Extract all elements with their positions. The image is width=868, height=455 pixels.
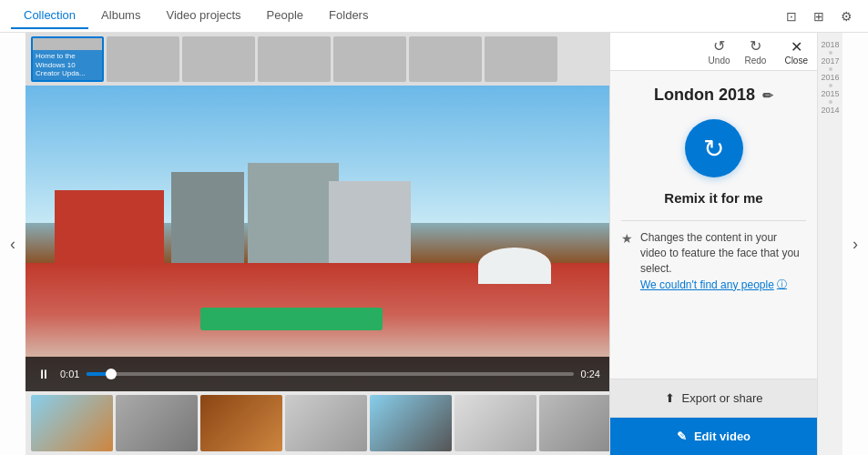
progress-bar[interactable]: [87, 372, 573, 376]
video-title-text: London 2018: [654, 86, 755, 105]
year-dot-3: [829, 84, 832, 87]
total-time: 0:24: [581, 369, 600, 379]
export-share-button[interactable]: ⬆ Export or share: [610, 379, 817, 418]
help-icon: ⓘ: [777, 278, 787, 291]
thumb-1[interactable]: [31, 395, 113, 451]
panel-bottom: ⬆ Export or share ✎ Edit video: [610, 379, 817, 455]
undo-button[interactable]: ↺ Undo: [709, 37, 730, 66]
grid-view-icon[interactable]: ⊡: [781, 5, 802, 27]
umbrella-shape: [478, 248, 551, 284]
strip-item-3[interactable]: [182, 36, 255, 82]
find-people-text: We couldn't find any people: [640, 278, 774, 291]
building-grey-1: [171, 172, 244, 263]
strip-item-5[interactable]: [333, 36, 406, 82]
edit-video-icon: ✎: [677, 430, 687, 443]
tab-collection[interactable]: Collection: [11, 3, 88, 29]
tab-video-projects[interactable]: Video projects: [153, 3, 253, 29]
close-icon: ✕: [791, 38, 802, 56]
strip-item-banner[interactable]: Home to the Windows 10 Creator Upda...: [31, 36, 104, 82]
export-icon: ⬆: [665, 391, 675, 405]
year-2014[interactable]: 2014: [821, 106, 839, 115]
nav-icons: ⊡ ⊞ ⚙: [781, 5, 857, 27]
building-grey-2: [248, 163, 339, 263]
thumb-3[interactable]: [200, 395, 282, 451]
year-dot-2: [829, 67, 832, 71]
star-icon: ★: [621, 231, 633, 246]
redo-button[interactable]: ↻ Redo: [745, 37, 767, 66]
bottom-thumbnails: [26, 391, 609, 455]
center-col: Home to the Windows 10 Creator Upda...: [26, 33, 609, 455]
top-nav: Collection Albums Video projects People …: [0, 0, 868, 33]
video-player: ⏸ 0:01 0:24: [26, 86, 609, 391]
strip-banner-label: Home to the Windows 10 Creator Upda...: [33, 50, 102, 80]
redo-icon: ↻: [750, 37, 761, 55]
undo-icon: ↺: [713, 37, 725, 55]
grid-large-icon[interactable]: ⊞: [808, 5, 830, 27]
year-2015[interactable]: 2015: [821, 89, 839, 98]
panel-toolbar: ↺ Undo ↻ Redo ✕ Close: [610, 33, 817, 71]
tab-folders[interactable]: Folders: [316, 3, 381, 29]
close-label: Close: [784, 56, 808, 66]
year-dot-4: [829, 100, 832, 104]
main-area: ‹ Home to the Windows 10 Creator Upda...: [0, 33, 868, 455]
year-2016[interactable]: 2016: [821, 73, 839, 82]
prev-arrow[interactable]: ‹: [0, 33, 26, 455]
year-2018[interactable]: 2018: [821, 40, 839, 49]
strip-item-2[interactable]: [107, 36, 179, 82]
right-panel: ↺ Undo ↻ Redo ✕ Close London 2018 ✏ ↻ Re…: [609, 33, 817, 455]
year-sidebar: 2018 2017 2016 2015 2014: [817, 33, 842, 455]
play-pause-button[interactable]: ⏸: [35, 367, 53, 381]
year-dot-1: [829, 51, 832, 55]
export-label: Export or share: [682, 391, 763, 405]
strip-item-7[interactable]: [485, 36, 557, 82]
nav-tabs: Collection Albums Video projects People …: [11, 3, 381, 29]
building-light: [329, 181, 411, 263]
undo-label: Undo: [709, 56, 730, 66]
panel-content: London 2018 ✏ ↻ Remix it for me ★ Change…: [610, 71, 817, 379]
edit-video-button[interactable]: ✎ Edit video: [610, 418, 817, 455]
current-time: 0:01: [60, 369, 79, 379]
video-controls: ⏸ 0:01 0:24: [26, 357, 609, 391]
thumb-4[interactable]: [285, 395, 367, 451]
year-2017[interactable]: 2017: [821, 56, 839, 66]
next-arrow[interactable]: ›: [842, 33, 868, 455]
settings-icon[interactable]: ⚙: [835, 5, 857, 27]
building-red: [55, 190, 164, 263]
divider: [621, 220, 806, 221]
video-image: [26, 86, 609, 391]
edit-video-label: Edit video: [694, 430, 751, 443]
thumb-5[interactable]: [370, 395, 452, 451]
hedge-bushes: [200, 308, 383, 330]
remix-button[interactable]: ↻: [685, 119, 743, 177]
tab-albums[interactable]: Albums: [88, 3, 153, 29]
remix-label: Remix it for me: [664, 190, 762, 206]
photo-strip: Home to the Windows 10 Creator Upda...: [26, 33, 609, 86]
remix-icon: ↻: [703, 134, 724, 164]
info-row: ★ Changes the content in your video to f…: [621, 230, 806, 291]
tab-people[interactable]: People: [254, 3, 316, 29]
strip-item-6[interactable]: [409, 36, 482, 82]
redo-label: Redo: [745, 56, 767, 66]
info-content: Changes the content in your video to fea…: [640, 230, 806, 291]
find-people-link[interactable]: We couldn't find any people ⓘ: [640, 278, 806, 291]
edit-title-icon[interactable]: ✏: [762, 88, 773, 103]
progress-thumb[interactable]: [106, 369, 117, 379]
strip-item-4[interactable]: [258, 36, 331, 82]
video-title: London 2018 ✏: [654, 86, 773, 105]
thumb-2[interactable]: [116, 395, 198, 451]
thumb-6[interactable]: [454, 395, 536, 451]
info-text: Changes the content in your video to fea…: [640, 230, 806, 276]
thumb-7[interactable]: [539, 395, 609, 451]
close-button[interactable]: ✕ Close: [784, 38, 808, 66]
